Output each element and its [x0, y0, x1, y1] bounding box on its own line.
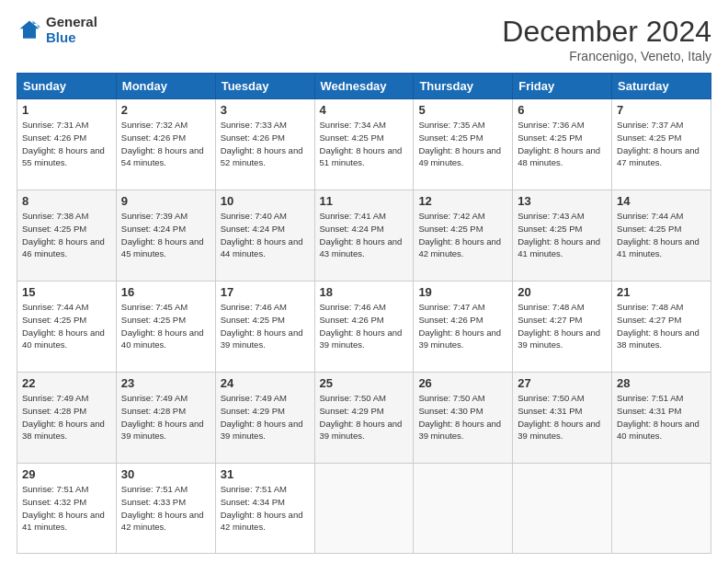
day-info: Sunrise: 7:43 AM Sunset: 4:25 PM Dayligh… [518, 210, 607, 260]
calendar-cell: 11 Sunrise: 7:41 AM Sunset: 4:24 PM Dayl… [314, 190, 414, 282]
day-info: Sunrise: 7:50 AM Sunset: 4:29 PM Dayligh… [320, 392, 409, 442]
calendar-cell: 21 Sunrise: 7:48 AM Sunset: 4:27 PM Dayl… [612, 282, 711, 373]
day-number: 23 [121, 376, 210, 390]
day-number: 9 [121, 194, 210, 208]
title-block: December 2024 Francenigo, Veneto, Italy [502, 15, 711, 63]
day-number: 7 [617, 103, 706, 117]
day-number: 1 [22, 103, 111, 117]
day-info: Sunrise: 7:47 AM Sunset: 4:26 PM Dayligh… [418, 301, 507, 351]
calendar-cell: 17 Sunrise: 7:46 AM Sunset: 4:25 PM Dayl… [215, 282, 314, 373]
calendar-cell: 26 Sunrise: 7:50 AM Sunset: 4:30 PM Dayl… [414, 373, 513, 464]
day-info: Sunrise: 7:48 AM Sunset: 4:27 PM Dayligh… [518, 301, 607, 351]
calendar-cell: 15 Sunrise: 7:44 AM Sunset: 4:25 PM Dayl… [17, 282, 117, 373]
day-info: Sunrise: 7:39 AM Sunset: 4:24 PM Dayligh… [121, 210, 210, 260]
day-number: 8 [22, 194, 111, 208]
calendar-cell [414, 464, 513, 554]
weekday-header-tuesday: Tuesday [215, 74, 314, 99]
calendar-cell: 2 Sunrise: 7:32 AM Sunset: 4:26 PM Dayli… [116, 99, 215, 190]
day-number: 4 [320, 103, 409, 117]
day-info: Sunrise: 7:33 AM Sunset: 4:26 PM Dayligh… [221, 119, 310, 169]
calendar-cell: 25 Sunrise: 7:50 AM Sunset: 4:29 PM Dayl… [314, 373, 414, 464]
weekday-header-thursday: Thursday [414, 74, 513, 99]
header: General Blue December 2024 Francenigo, V… [17, 15, 711, 63]
day-info: Sunrise: 7:51 AM Sunset: 4:33 PM Dayligh… [121, 483, 210, 534]
calendar-cell: 30 Sunrise: 7:51 AM Sunset: 4:33 PM Dayl… [116, 464, 215, 554]
day-info: Sunrise: 7:50 AM Sunset: 4:30 PM Dayligh… [418, 392, 507, 442]
day-number: 2 [121, 103, 210, 117]
day-info: Sunrise: 7:34 AM Sunset: 4:25 PM Dayligh… [320, 119, 409, 169]
day-info: Sunrise: 7:44 AM Sunset: 4:25 PM Dayligh… [22, 301, 111, 351]
calendar-cell: 9 Sunrise: 7:39 AM Sunset: 4:24 PM Dayli… [116, 190, 215, 282]
day-number: 30 [121, 467, 210, 481]
calendar-cell [314, 464, 414, 554]
day-number: 16 [121, 285, 210, 299]
day-number: 5 [418, 103, 507, 117]
day-number: 15 [22, 285, 111, 299]
day-number: 22 [22, 376, 111, 390]
day-info: Sunrise: 7:44 AM Sunset: 4:25 PM Dayligh… [617, 210, 706, 260]
page: General Blue December 2024 Francenigo, V… [0, 0, 728, 563]
calendar-cell: 18 Sunrise: 7:46 AM Sunset: 4:26 PM Dayl… [314, 282, 414, 373]
day-info: Sunrise: 7:32 AM Sunset: 4:26 PM Dayligh… [121, 119, 210, 169]
day-info: Sunrise: 7:41 AM Sunset: 4:24 PM Dayligh… [320, 210, 409, 260]
calendar-cell: 3 Sunrise: 7:33 AM Sunset: 4:26 PM Dayli… [215, 99, 314, 190]
calendar-cell: 22 Sunrise: 7:49 AM Sunset: 4:28 PM Dayl… [17, 373, 117, 464]
calendar-cell: 4 Sunrise: 7:34 AM Sunset: 4:25 PM Dayli… [314, 99, 414, 190]
day-number: 31 [221, 467, 310, 481]
day-number: 19 [418, 285, 507, 299]
day-info: Sunrise: 7:42 AM Sunset: 4:25 PM Dayligh… [418, 210, 507, 260]
weekday-header-wednesday: Wednesday [314, 74, 414, 99]
calendar-cell: 29 Sunrise: 7:51 AM Sunset: 4:32 PM Dayl… [17, 464, 117, 554]
day-info: Sunrise: 7:50 AM Sunset: 4:31 PM Dayligh… [518, 392, 607, 442]
calendar: SundayMondayTuesdayWednesdayThursdayFrid… [17, 73, 711, 554]
day-number: 3 [221, 103, 310, 117]
calendar-cell: 20 Sunrise: 7:48 AM Sunset: 4:27 PM Dayl… [513, 282, 612, 373]
calendar-cell: 19 Sunrise: 7:47 AM Sunset: 4:26 PM Dayl… [414, 282, 513, 373]
day-number: 17 [221, 285, 310, 299]
calendar-cell: 6 Sunrise: 7:36 AM Sunset: 4:25 PM Dayli… [513, 99, 612, 190]
calendar-cell: 7 Sunrise: 7:37 AM Sunset: 4:25 PM Dayli… [612, 99, 711, 190]
day-number: 27 [518, 376, 607, 390]
day-number: 18 [320, 285, 409, 299]
day-info: Sunrise: 7:51 AM Sunset: 4:31 PM Dayligh… [617, 392, 706, 442]
day-number: 21 [617, 285, 706, 299]
day-info: Sunrise: 7:36 AM Sunset: 4:25 PM Dayligh… [518, 119, 607, 169]
calendar-cell: 8 Sunrise: 7:38 AM Sunset: 4:25 PM Dayli… [17, 190, 117, 282]
day-info: Sunrise: 7:46 AM Sunset: 4:25 PM Dayligh… [221, 301, 310, 351]
day-number: 29 [22, 467, 111, 481]
day-info: Sunrise: 7:51 AM Sunset: 4:32 PM Dayligh… [22, 483, 111, 534]
day-number: 11 [320, 194, 409, 208]
day-info: Sunrise: 7:45 AM Sunset: 4:25 PM Dayligh… [121, 301, 210, 351]
day-info: Sunrise: 7:49 AM Sunset: 4:28 PM Dayligh… [22, 392, 111, 442]
calendar-cell: 14 Sunrise: 7:44 AM Sunset: 4:25 PM Dayl… [612, 190, 711, 282]
day-number: 28 [617, 376, 706, 390]
svg-marker-0 [20, 20, 40, 38]
day-number: 20 [518, 285, 607, 299]
day-number: 12 [418, 194, 507, 208]
day-info: Sunrise: 7:40 AM Sunset: 4:24 PM Dayligh… [221, 210, 310, 260]
day-info: Sunrise: 7:46 AM Sunset: 4:26 PM Dayligh… [320, 301, 409, 351]
calendar-cell: 1 Sunrise: 7:31 AM Sunset: 4:26 PM Dayli… [17, 99, 117, 190]
calendar-cell: 10 Sunrise: 7:40 AM Sunset: 4:24 PM Dayl… [215, 190, 314, 282]
day-info: Sunrise: 7:38 AM Sunset: 4:25 PM Dayligh… [22, 210, 111, 260]
day-number: 14 [617, 194, 706, 208]
calendar-cell [513, 464, 612, 554]
day-info: Sunrise: 7:49 AM Sunset: 4:29 PM Dayligh… [221, 392, 310, 442]
day-number: 6 [518, 103, 607, 117]
month-title: December 2024 [502, 15, 711, 49]
calendar-cell: 24 Sunrise: 7:49 AM Sunset: 4:29 PM Dayl… [215, 373, 314, 464]
calendar-cell: 31 Sunrise: 7:51 AM Sunset: 4:34 PM Dayl… [215, 464, 314, 554]
calendar-cell: 23 Sunrise: 7:49 AM Sunset: 4:28 PM Dayl… [116, 373, 215, 464]
calendar-cell: 16 Sunrise: 7:45 AM Sunset: 4:25 PM Dayl… [116, 282, 215, 373]
logo-text: General Blue [46, 15, 97, 45]
location: Francenigo, Veneto, Italy [502, 49, 711, 63]
day-info: Sunrise: 7:35 AM Sunset: 4:25 PM Dayligh… [418, 119, 507, 169]
calendar-cell: 5 Sunrise: 7:35 AM Sunset: 4:25 PM Dayli… [414, 99, 513, 190]
logo-icon [17, 17, 42, 43]
logo: General Blue [17, 15, 97, 45]
day-info: Sunrise: 7:48 AM Sunset: 4:27 PM Dayligh… [617, 301, 706, 351]
day-number: 25 [320, 376, 409, 390]
weekday-header-monday: Monday [116, 74, 215, 99]
weekday-header-saturday: Saturday [612, 74, 711, 99]
calendar-cell: 27 Sunrise: 7:50 AM Sunset: 4:31 PM Dayl… [513, 373, 612, 464]
